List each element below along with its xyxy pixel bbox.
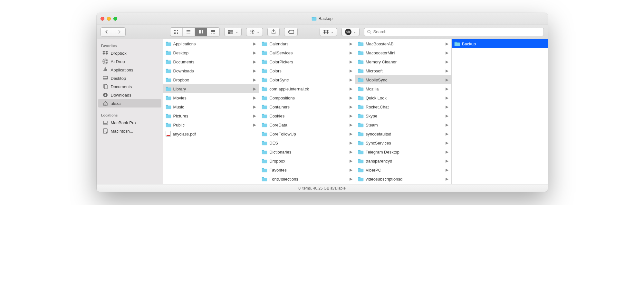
file-row[interactable]: Downloads▶ (163, 66, 259, 75)
file-row[interactable]: Memory Cleaner▶ (355, 57, 451, 66)
column[interactable]: Applications▶Desktop▶Documents▶Downloads… (163, 39, 259, 184)
zoom-button[interactable] (113, 17, 117, 21)
column-view-button[interactable] (195, 28, 207, 36)
file-row[interactable]: CallServices▶ (259, 48, 355, 57)
list-view-button[interactable] (183, 28, 195, 36)
file-row[interactable]: Rocket.Chat▶ (355, 102, 451, 111)
sidebar-item[interactable]: Documents (98, 82, 161, 91)
svg-point-48 (106, 132, 106, 133)
chevron-right-icon: ▶ (446, 96, 449, 100)
file-row[interactable]: Telegram Desktop▶ (355, 147, 451, 156)
file-row[interactable]: Public▶ (163, 120, 259, 129)
file-row[interactable]: Library▶ (163, 84, 259, 93)
svg-rect-0 (174, 30, 176, 31)
file-row[interactable]: CoreData▶ (259, 120, 355, 129)
dropbox-button[interactable]: ⌄ (320, 28, 337, 36)
file-row[interactable]: Colors▶ (259, 66, 355, 75)
sidebar-item[interactable]: Desktop (98, 74, 161, 82)
file-row[interactable]: Dropbox▶ (259, 156, 355, 165)
file-row[interactable]: DES▶ (259, 138, 355, 147)
sidebar-item[interactable]: Applications (98, 66, 161, 74)
search-field[interactable] (364, 28, 544, 36)
file-row[interactable]: Dropbox▶ (163, 75, 259, 84)
svg-line-32 (370, 33, 371, 34)
column[interactable]: MacBoosterAB▶MacboosterMini▶Memory Clean… (355, 39, 452, 184)
file-row[interactable]: ViberPC▶ (355, 165, 451, 174)
file-row[interactable]: FontCollections▶ (259, 174, 355, 183)
sidebar-item[interactable]: Dropbox (98, 49, 161, 57)
gear-icon (250, 29, 255, 34)
file-row[interactable]: ColorSync▶ (259, 75, 355, 84)
folder-icon (262, 69, 267, 73)
sidebar-item[interactable]: alexa (98, 99, 161, 107)
column[interactable]: Backup (452, 39, 548, 184)
tags-button[interactable] (284, 28, 298, 36)
file-row[interactable]: Calendars▶ (259, 39, 355, 48)
svg-point-20 (251, 31, 253, 32)
sidebar-item[interactable]: AirDrop (98, 57, 161, 66)
file-row[interactable]: Movies▶ (163, 93, 259, 102)
file-row[interactable]: com.apple.internal.ck▶ (259, 84, 355, 93)
icon-view-button[interactable] (170, 28, 183, 36)
file-row[interactable]: Dictionaries▶ (259, 147, 355, 156)
file-row[interactable]: Music▶ (163, 102, 259, 111)
chevron-right-icon: ▶ (446, 105, 449, 109)
folder-icon (262, 114, 267, 118)
file-row[interactable]: Cookies▶ (259, 111, 355, 120)
file-row[interactable]: ColorPickers▶ (259, 57, 355, 66)
file-row[interactable]: Quick Look▶ (355, 93, 451, 102)
file-row[interactable]: Favorites▶ (259, 165, 355, 174)
file-row[interactable]: Pictures▶ (163, 111, 259, 120)
view-mode (170, 27, 220, 36)
svg-rect-41 (104, 85, 107, 89)
file-row[interactable]: Containers▶ (259, 102, 355, 111)
file-row[interactable]: Microsoft▶ (355, 66, 451, 75)
svg-rect-44 (103, 121, 107, 124)
file-row[interactable]: Mozilla▶ (355, 84, 451, 93)
action-button[interactable]: ⌄ (246, 28, 263, 36)
sidebar-item-label: AirDrop (111, 59, 125, 64)
share-button[interactable] (267, 28, 280, 36)
sidebar-item[interactable]: Macintosh... (98, 127, 161, 135)
gallery-view-button[interactable] (207, 28, 219, 36)
file-row[interactable]: Steam▶ (355, 120, 451, 129)
file-row[interactable]: Desktop▶ (163, 48, 259, 57)
sidebar-item-label: Downloads (111, 93, 131, 98)
file-row[interactable]: SyncServices▶ (355, 138, 451, 147)
file-row[interactable]: Compositions▶ (259, 93, 355, 102)
folder-icon (358, 132, 364, 136)
forward-button[interactable] (113, 28, 125, 36)
file-row[interactable]: syncdefaultsd▶ (355, 129, 451, 138)
search-input[interactable] (373, 29, 541, 34)
privacy-button[interactable]: ⌄ (341, 28, 360, 36)
file-row[interactable]: videosubscriptionsd▶ (355, 174, 451, 183)
file-row[interactable]: anyclass.pdf (163, 129, 259, 138)
file-row[interactable]: Backup (452, 39, 548, 48)
sidebar-item[interactable]: MacBook Pro (98, 118, 161, 127)
chevron-right-icon: ▶ (446, 141, 449, 145)
file-row[interactable]: Skype▶ (355, 111, 451, 120)
file-row[interactable]: Documents▶ (163, 57, 259, 66)
chevron-right-icon: ▶ (446, 87, 449, 91)
file-row[interactable]: MacBoosterAB▶ (355, 39, 451, 48)
chevron-right-icon: ▶ (349, 150, 352, 154)
titlebar[interactable]: Backup (97, 13, 548, 24)
group-by-button[interactable]: ⌄ (224, 28, 242, 36)
sidebar-item[interactable]: Downloads (98, 91, 161, 99)
column[interactable]: Calendars▶CallServices▶ColorPickers▶Colo… (259, 39, 355, 184)
file-label: Library (173, 87, 251, 91)
file-row[interactable]: transparencyd▶ (355, 156, 451, 165)
back-button[interactable] (101, 28, 113, 36)
nav-buttons (101, 27, 126, 36)
folder-icon (358, 78, 364, 82)
minimize-button[interactable] (107, 17, 111, 21)
folder-icon (262, 177, 267, 182)
chevron-right-icon: ▶ (253, 51, 256, 55)
file-row[interactable]: Applications▶ (163, 39, 259, 48)
close-button[interactable] (101, 17, 104, 21)
file-row[interactable]: CoreFollowUp▶ (259, 129, 355, 138)
file-row[interactable]: MacboosterMini▶ (355, 48, 451, 57)
file-row[interactable]: MobileSync▶ (355, 75, 451, 84)
file-label: ColorPickers (269, 60, 347, 64)
folder-icon (262, 51, 267, 55)
